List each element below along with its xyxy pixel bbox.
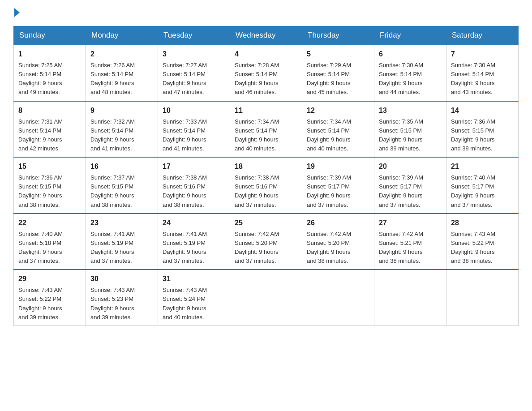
day-number: 25	[235, 218, 297, 228]
calendar-day-cell: 29Sunrise: 7:43 AMSunset: 5:22 PMDayligh…	[14, 270, 86, 325]
day-number: 19	[307, 161, 369, 172]
calendar-day-cell: 31Sunrise: 7:43 AMSunset: 5:24 PMDayligh…	[158, 270, 230, 325]
day-number: 20	[379, 161, 442, 172]
day-info: Sunrise: 7:25 AMSunset: 5:14 PMDaylight:…	[18, 61, 81, 97]
day-info: Sunrise: 7:43 AMSunset: 5:22 PMDaylight:…	[18, 286, 81, 322]
calendar-day-cell: 30Sunrise: 7:43 AMSunset: 5:23 PMDayligh…	[86, 270, 158, 325]
calendar-day-cell: 25Sunrise: 7:42 AMSunset: 5:20 PMDayligh…	[230, 214, 302, 270]
day-info: Sunrise: 7:38 AMSunset: 5:16 PMDaylight:…	[235, 173, 297, 210]
logo	[13, 9, 20, 17]
calendar-day-cell	[302, 270, 374, 325]
calendar-day-cell: 11Sunrise: 7:34 AMSunset: 5:14 PMDayligh…	[230, 101, 302, 158]
day-info: Sunrise: 7:41 AMSunset: 5:19 PMDaylight:…	[163, 230, 225, 266]
day-info: Sunrise: 7:42 AMSunset: 5:20 PMDaylight:…	[307, 230, 369, 266]
calendar-day-cell	[230, 270, 302, 325]
day-info: Sunrise: 7:36 AMSunset: 5:15 PMDaylight:…	[451, 117, 514, 154]
calendar-day-cell: 12Sunrise: 7:34 AMSunset: 5:14 PMDayligh…	[302, 101, 374, 158]
day-number: 8	[18, 105, 81, 116]
calendar-day-cell	[446, 270, 519, 325]
day-info: Sunrise: 7:42 AMSunset: 5:20 PMDaylight:…	[235, 230, 297, 266]
day-info: Sunrise: 7:36 AMSunset: 5:15 PMDaylight:…	[18, 173, 81, 210]
day-number: 16	[90, 161, 153, 172]
calendar-day-cell: 14Sunrise: 7:36 AMSunset: 5:15 PMDayligh…	[446, 101, 519, 158]
day-number: 22	[18, 218, 81, 228]
calendar-day-cell: 26Sunrise: 7:42 AMSunset: 5:20 PMDayligh…	[302, 214, 374, 270]
calendar-day-cell: 4Sunrise: 7:28 AMSunset: 5:14 PMDaylight…	[230, 45, 302, 101]
calendar-day-cell: 22Sunrise: 7:40 AMSunset: 5:18 PMDayligh…	[14, 214, 86, 270]
day-info: Sunrise: 7:40 AMSunset: 5:18 PMDaylight:…	[18, 230, 81, 266]
calendar-day-cell: 8Sunrise: 7:31 AMSunset: 5:14 PMDaylight…	[14, 101, 86, 158]
day-number: 18	[235, 161, 297, 172]
calendar-day-cell: 20Sunrise: 7:39 AMSunset: 5:17 PMDayligh…	[374, 157, 446, 214]
logo-triangle-icon	[14, 8, 20, 17]
day-number: 21	[451, 161, 514, 172]
day-number: 6	[379, 49, 442, 60]
day-number: 30	[90, 274, 153, 284]
calendar-day-cell: 19Sunrise: 7:39 AMSunset: 5:17 PMDayligh…	[302, 157, 374, 214]
day-info: Sunrise: 7:26 AMSunset: 5:14 PMDaylight:…	[90, 61, 153, 97]
day-info: Sunrise: 7:27 AMSunset: 5:14 PMDaylight:…	[163, 61, 225, 97]
day-info: Sunrise: 7:37 AMSunset: 5:15 PMDaylight:…	[90, 173, 153, 210]
calendar-header-friday: Friday	[374, 26, 446, 45]
calendar-header-sunday: Sunday	[14, 26, 86, 45]
day-info: Sunrise: 7:35 AMSunset: 5:15 PMDaylight:…	[379, 117, 442, 154]
calendar-week-row: 15Sunrise: 7:36 AMSunset: 5:15 PMDayligh…	[14, 157, 519, 214]
day-info: Sunrise: 7:41 AMSunset: 5:19 PMDaylight:…	[90, 230, 153, 266]
calendar-week-row: 1Sunrise: 7:25 AMSunset: 5:14 PMDaylight…	[14, 45, 519, 101]
calendar-day-cell	[374, 270, 446, 325]
day-info: Sunrise: 7:43 AMSunset: 5:24 PMDaylight:…	[163, 286, 225, 322]
day-number: 5	[307, 49, 369, 60]
day-number: 28	[451, 218, 514, 228]
calendar-day-cell: 9Sunrise: 7:32 AMSunset: 5:14 PMDaylight…	[86, 101, 158, 158]
calendar-day-cell: 3Sunrise: 7:27 AMSunset: 5:14 PMDaylight…	[158, 45, 230, 101]
day-info: Sunrise: 7:38 AMSunset: 5:16 PMDaylight:…	[163, 173, 225, 210]
day-number: 31	[163, 274, 225, 284]
calendar-day-cell: 2Sunrise: 7:26 AMSunset: 5:14 PMDaylight…	[86, 45, 158, 101]
calendar-table: SundayMondayTuesdayWednesdayThursdayFrid…	[13, 26, 519, 326]
day-number: 17	[163, 161, 225, 172]
calendar-header-row: SundayMondayTuesdayWednesdayThursdayFrid…	[14, 26, 519, 45]
day-number: 29	[18, 274, 81, 284]
day-info: Sunrise: 7:39 AMSunset: 5:17 PMDaylight:…	[379, 173, 442, 210]
day-info: Sunrise: 7:29 AMSunset: 5:14 PMDaylight:…	[307, 61, 369, 97]
calendar-week-row: 29Sunrise: 7:43 AMSunset: 5:22 PMDayligh…	[14, 270, 519, 325]
day-number: 27	[379, 218, 442, 228]
calendar-header-thursday: Thursday	[302, 26, 374, 45]
calendar-day-cell: 18Sunrise: 7:38 AMSunset: 5:16 PMDayligh…	[230, 157, 302, 214]
day-number: 15	[18, 161, 81, 172]
calendar-day-cell: 27Sunrise: 7:42 AMSunset: 5:21 PMDayligh…	[374, 214, 446, 270]
calendar-day-cell: 23Sunrise: 7:41 AMSunset: 5:19 PMDayligh…	[86, 214, 158, 270]
calendar-header-monday: Monday	[86, 26, 158, 45]
day-number: 26	[307, 218, 369, 228]
day-info: Sunrise: 7:42 AMSunset: 5:21 PMDaylight:…	[379, 230, 442, 266]
day-number: 9	[90, 105, 153, 116]
day-number: 7	[451, 49, 514, 60]
calendar-day-cell: 16Sunrise: 7:37 AMSunset: 5:15 PMDayligh…	[86, 157, 158, 214]
calendar-header-tuesday: Tuesday	[158, 26, 230, 45]
day-number: 10	[163, 105, 225, 116]
calendar-day-cell: 6Sunrise: 7:30 AMSunset: 5:14 PMDaylight…	[374, 45, 446, 101]
day-number: 4	[235, 49, 297, 60]
day-info: Sunrise: 7:28 AMSunset: 5:14 PMDaylight:…	[235, 61, 297, 97]
day-number: 24	[163, 218, 225, 228]
calendar-day-cell: 1Sunrise: 7:25 AMSunset: 5:14 PMDaylight…	[14, 45, 86, 101]
day-number: 14	[451, 105, 514, 116]
day-info: Sunrise: 7:43 AMSunset: 5:23 PMDaylight:…	[90, 286, 153, 322]
day-info: Sunrise: 7:34 AMSunset: 5:14 PMDaylight:…	[307, 117, 369, 154]
day-number: 1	[18, 49, 81, 60]
day-number: 12	[307, 105, 369, 116]
day-info: Sunrise: 7:40 AMSunset: 5:17 PMDaylight:…	[451, 173, 514, 210]
day-info: Sunrise: 7:30 AMSunset: 5:14 PMDaylight:…	[451, 61, 514, 97]
day-info: Sunrise: 7:31 AMSunset: 5:14 PMDaylight:…	[18, 117, 81, 154]
calendar-week-row: 22Sunrise: 7:40 AMSunset: 5:18 PMDayligh…	[14, 214, 519, 270]
day-info: Sunrise: 7:34 AMSunset: 5:14 PMDaylight:…	[235, 117, 297, 154]
calendar-day-cell: 7Sunrise: 7:30 AMSunset: 5:14 PMDaylight…	[446, 45, 519, 101]
day-info: Sunrise: 7:30 AMSunset: 5:14 PMDaylight:…	[379, 61, 442, 97]
day-info: Sunrise: 7:43 AMSunset: 5:22 PMDaylight:…	[451, 230, 514, 266]
calendar-week-row: 8Sunrise: 7:31 AMSunset: 5:14 PMDaylight…	[14, 101, 519, 158]
day-number: 13	[379, 105, 442, 116]
day-number: 11	[235, 105, 297, 116]
day-number: 3	[163, 49, 225, 60]
page-header	[13, 9, 519, 17]
day-info: Sunrise: 7:33 AMSunset: 5:14 PMDaylight:…	[163, 117, 225, 154]
